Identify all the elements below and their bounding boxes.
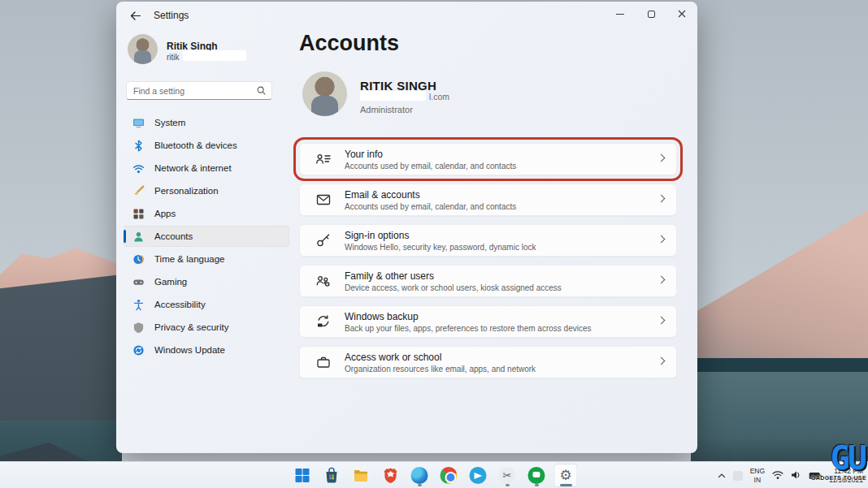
search-input[interactable] — [127, 86, 257, 96]
running-indicator — [535, 484, 539, 486]
telegram-icon — [470, 467, 487, 484]
sidebar-item-privacy-security[interactable]: Privacy & security — [124, 317, 289, 338]
taskbar-edge-button[interactable] — [408, 464, 432, 487]
title-bar: Settings — [116, 2, 697, 28]
tray-app-icon[interactable] — [733, 471, 743, 481]
settings-card-windows-backup[interactable]: Windows backup Back up your files, apps,… — [299, 305, 677, 338]
settings-card-email-accounts[interactable]: Email & accounts Accounts used by email,… — [299, 184, 677, 216]
taskbar-brave-button[interactable] — [379, 464, 402, 487]
backup-sync-icon — [315, 313, 332, 330]
taskbar-file-explorer-button[interactable] — [349, 464, 373, 487]
desktop: Settings Ritik Singh ritik — [0, 0, 868, 488]
card-desc: Organization resources like email, apps,… — [345, 365, 536, 374]
sidebar-avatar[interactable] — [128, 34, 158, 64]
main-content: Accounts RITIK SINGH l.com Administrator… — [299, 28, 697, 453]
sidebar-nav: System Bluetooth & devices Network & int… — [124, 112, 289, 362]
battery-tray-icon[interactable] — [809, 469, 822, 483]
card-desc: Accounts used by email, calendar, and co… — [345, 162, 516, 171]
settings-card-sign-in-options[interactable]: Sign-in options Windows Hello, security … — [299, 224, 677, 257]
close-icon — [678, 10, 686, 18]
card-desc: Back up your files, apps, preferences to… — [345, 324, 591, 333]
sidebar-item-windows-update[interactable]: Windows Update — [124, 339, 289, 361]
briefcase-icon — [315, 354, 332, 370]
windows-logo-icon — [295, 468, 310, 483]
back-arrow-icon — [131, 12, 140, 19]
sidebar-item-network-internet[interactable]: Network & internet — [124, 158, 289, 179]
start-button[interactable] — [291, 464, 315, 487]
email-blur-box — [183, 50, 246, 61]
taskbar-store-button[interactable] — [320, 464, 344, 487]
sidebar-user-email: ritik — [167, 53, 180, 62]
close-button[interactable] — [668, 2, 696, 26]
taskbar-snipping-tool-button[interactable]: ✂ — [496, 464, 519, 487]
sidebar-item-time-language[interactable]: Time & language — [124, 248, 289, 270]
search-icon — [257, 86, 266, 95]
card-title: Sign-in options — [345, 230, 536, 241]
taskbar-clock[interactable]: 11:42 PM 11/16/2021 — [829, 467, 863, 484]
taskbar-chat-button[interactable] — [525, 464, 549, 487]
settings-window: Settings Ritik Singh ritik — [116, 2, 697, 453]
language-indicator[interactable]: ENG IN — [750, 467, 765, 483]
tray-chevron-up-icon[interactable] — [718, 472, 726, 480]
profile-avatar — [302, 71, 347, 116]
clock-date: 11/16/2021 — [829, 476, 863, 485]
card-title: Access work or school — [345, 352, 536, 363]
wifi-tray-icon[interactable] — [772, 469, 783, 483]
clock-globe-icon — [132, 253, 145, 266]
language-line1: ENG — [750, 467, 765, 475]
chevron-right-icon — [658, 357, 666, 365]
family-users-icon — [315, 273, 332, 289]
settings-card-access-work-school[interactable]: Access work or school Organization resou… — [299, 346, 677, 378]
bluetooth-icon — [132, 140, 145, 152]
taskbar-chrome-button[interactable] — [437, 464, 461, 487]
volume-tray-icon[interactable] — [791, 469, 801, 483]
taskbar-telegram-button[interactable] — [467, 464, 490, 487]
sidebar-item-accounts[interactable]: Accounts — [124, 226, 289, 247]
language-line2: IN — [750, 476, 765, 484]
apps-grid-icon — [132, 208, 145, 220]
minimize-icon — [616, 14, 624, 15]
taskbar-settings-button[interactable]: ⚙ — [554, 464, 578, 487]
clock-time: 11:42 PM — [829, 467, 863, 476]
chevron-right-icon — [658, 235, 666, 244]
microsoft-store-icon — [323, 467, 341, 484]
chevron-right-icon — [658, 317, 666, 325]
selected-indicator — [124, 230, 126, 243]
sidebar-item-system[interactable]: System — [124, 112, 289, 133]
page-title: Accounts — [299, 31, 399, 56]
minimize-button[interactable] — [606, 2, 634, 26]
taskbar: ✂ ⚙ ENG IN — [0, 461, 868, 488]
maximize-button[interactable] — [637, 2, 665, 26]
sidebar-item-label: Accounts — [154, 231, 193, 241]
sidebar-item-gaming[interactable]: Gaming — [124, 271, 289, 292]
sidebar-item-label: Accessibility — [154, 300, 206, 309]
sidebar-item-label: Gaming — [154, 277, 187, 287]
settings-card-family-other-users[interactable]: Family & other users Device access, work… — [299, 265, 677, 297]
maximize-icon — [648, 11, 655, 18]
sidebar-item-label: Windows Update — [154, 345, 225, 355]
card-title: Family & other users — [345, 270, 562, 282]
sidebar-item-accessibility[interactable]: Accessibility — [124, 294, 289, 315]
sidebar-item-label: Time & language — [154, 254, 225, 264]
card-title: Email & accounts — [345, 189, 516, 201]
system-tray: ENG IN 11:42 PM 11/16/2021 — [718, 462, 863, 488]
your-info-icon — [315, 151, 332, 167]
gear-icon: ⚙ — [559, 469, 571, 482]
sidebar-item-apps[interactable]: Apps — [124, 203, 289, 224]
email-blur-box — [360, 91, 426, 101]
chevron-right-icon — [658, 276, 666, 284]
card-desc: Windows Hello, security key, password, d… — [345, 243, 536, 252]
taskbar-center: ✂ ⚙ — [291, 462, 578, 488]
sidebar-item-bluetooth-devices[interactable]: Bluetooth & devices — [124, 135, 289, 156]
search-box[interactable] — [126, 81, 272, 100]
sidebar-item-personalization[interactable]: Personalization — [124, 180, 289, 201]
wifi-icon — [132, 162, 145, 175]
active-app-indicator — [560, 484, 572, 486]
key-icon — [315, 232, 332, 248]
brave-icon — [382, 467, 398, 484]
back-button[interactable] — [124, 7, 145, 24]
settings-card-your-info[interactable]: Your info Accounts used by email, calend… — [299, 143, 677, 175]
update-icon — [132, 344, 145, 356]
profile-email-suffix: l.com — [429, 92, 449, 101]
profile-role: Administrator — [360, 105, 413, 114]
